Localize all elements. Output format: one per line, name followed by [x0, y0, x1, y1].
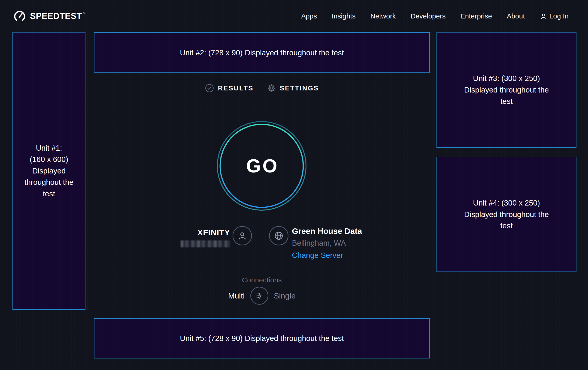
multi-option[interactable]: Multi: [228, 291, 245, 300]
brand-name: SPEEDTEST™: [30, 11, 86, 21]
login-button[interactable]: Log In: [540, 12, 569, 20]
connections-toggle-button[interactable]: [250, 287, 268, 305]
go-button[interactable]: GO: [216, 120, 307, 211]
ad-unit-2-text: Unit #2: (728 x 90) Displayed throughout…: [180, 47, 344, 59]
header: SPEEDTEST™ Apps Insights Network Develop…: [0, 0, 588, 32]
gear-icon: [267, 83, 276, 93]
isp-person-icon: [232, 226, 252, 245]
server-globe-icon: [269, 226, 288, 245]
isp-info: XFINITY: [181, 228, 230, 247]
connection-info: XFINITY Green House Data Bellingham, WA …: [94, 226, 430, 267]
blurred-ip-address: [181, 240, 230, 247]
tab-settings-label: SETTINGS: [280, 84, 319, 92]
ad-unit-3-text: Unit #3: (300 x 250) Displayed throughou…: [462, 73, 550, 107]
change-server-link[interactable]: Change Server: [292, 251, 362, 260]
view-tabs: RESULTS SETTINGS: [94, 83, 430, 93]
nav-insights[interactable]: Insights: [332, 12, 356, 20]
nav-enterprise[interactable]: Enterprise: [460, 12, 492, 20]
ad-unit-4[interactable]: Unit #4: (300 x 250) Displayed throughou…: [437, 157, 577, 272]
ad-unit-4-text: Unit #4: (300 x 250) Displayed throughou…: [462, 197, 550, 232]
nav-network[interactable]: Network: [370, 12, 396, 20]
ad-unit-5[interactable]: Unit #5: (728 x 90) Displayed throughout…: [94, 318, 430, 359]
nav-about[interactable]: About: [507, 12, 525, 20]
tab-results[interactable]: RESULTS: [205, 83, 253, 93]
nav-developers[interactable]: Developers: [411, 12, 446, 20]
ad-unit-2[interactable]: Unit #2: (728 x 90) Displayed throughout…: [94, 32, 430, 73]
ad-unit-1[interactable]: Unit #1: (160 x 600) Displayed throughou…: [12, 32, 85, 310]
gauge-icon: [13, 10, 26, 23]
speedtest-logo[interactable]: SPEEDTEST™: [13, 10, 86, 23]
tab-settings[interactable]: SETTINGS: [267, 83, 319, 93]
tab-results-label: RESULTS: [218, 84, 253, 92]
ad-unit-5-text: Unit #5: (728 x 90) Displayed throughout…: [180, 333, 344, 344]
ad-unit-1-text: Unit #1: (160 x 600) Displayed throughou…: [22, 142, 76, 200]
multi-arrows-icon: [254, 291, 264, 301]
go-button-label: GO: [245, 155, 279, 177]
connections-toggle: Multi Single: [94, 287, 430, 305]
ad-unit-3[interactable]: Unit #3: (300 x 250) Displayed throughou…: [437, 32, 577, 148]
nav-apps[interactable]: Apps: [301, 12, 317, 20]
user-icon: [540, 12, 547, 20]
isp-name: XFINITY: [181, 228, 230, 237]
server-name: Green House Data: [292, 227, 362, 236]
connections-label: Connections: [94, 276, 430, 284]
check-circle-icon: [205, 83, 214, 93]
trademark-mark: ™: [83, 12, 86, 15]
main-nav: Apps Insights Network Developers Enterpr…: [301, 12, 569, 20]
server-info: Green House Data Bellingham, WA Change S…: [292, 227, 362, 260]
single-option[interactable]: Single: [274, 291, 296, 300]
server-location: Bellingham, WA: [292, 239, 362, 248]
